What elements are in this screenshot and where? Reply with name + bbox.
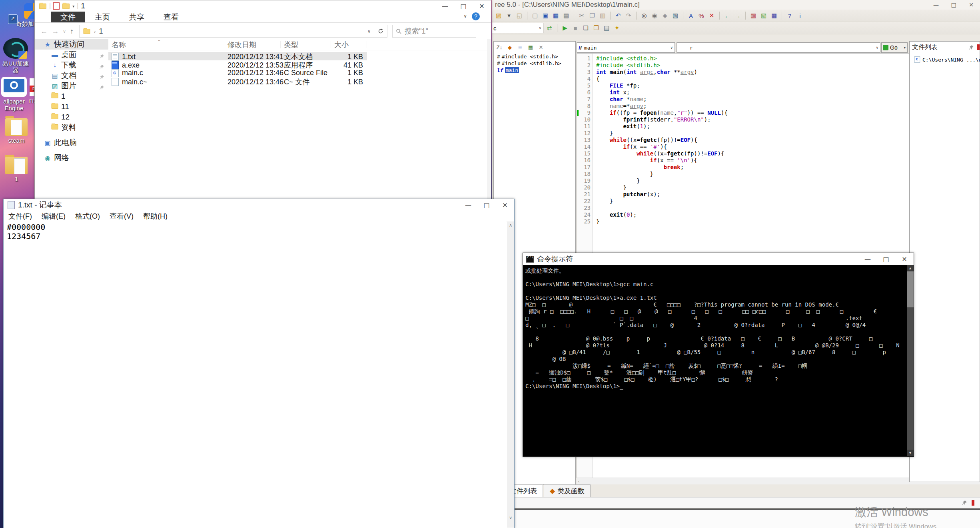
find-files-icon[interactable]: ◉ (650, 11, 659, 20)
up-button[interactable]: ↑ (70, 27, 74, 36)
open-drop-icon[interactable]: ▾ (505, 11, 513, 20)
about-icon[interactable]: i (796, 11, 804, 20)
forward-button[interactable]: → (52, 27, 59, 36)
minimize-button[interactable]: — (927, 0, 945, 10)
scroll-thumb[interactable] (907, 271, 914, 307)
go-button[interactable]: Go ▾ (881, 42, 908, 53)
panel-close-chip[interactable] (972, 500, 974, 506)
notepad-menu-格式(O)[interactable]: 格式(O) (70, 211, 105, 221)
forward-icon[interactable]: → (733, 11, 742, 20)
rebuild-icon[interactable]: ▤ (602, 24, 611, 32)
debug-run-icon[interactable]: ⇄ (545, 24, 554, 32)
compile-run-icon[interactable]: ❐ (592, 24, 601, 32)
save-all-icon[interactable]: ▦ (551, 11, 560, 20)
qat-customize-icon[interactable]: ▾ (72, 4, 74, 8)
minimize-button[interactable]: — (858, 253, 877, 265)
notepad-vscrollbar[interactable]: ∧ ∨ (507, 221, 514, 528)
sidebar-item-此电脑[interactable]: ▣此电脑 (35, 137, 108, 148)
devcpp-titlebar[interactable]: ree 5.0 - [C:\Users\NING MEI\Desktop\1\m… (492, 0, 980, 10)
function-combo[interactable]: lf main ∨ (577, 42, 675, 53)
file-row-1.txt[interactable]: 1.txt2020/12/12 13:41文本文档1 KB (108, 52, 367, 60)
list-icon[interactable]: ≣ (516, 43, 524, 51)
edit-icon[interactable]: ▦ (527, 43, 535, 51)
notepad-menu-帮助(H)[interactable]: 帮助(H) (138, 211, 172, 221)
maximize-button[interactable]: □ (477, 199, 496, 211)
desktop-icon-folder-1[interactable]: 1 (0, 157, 34, 182)
back-icon[interactable]: ← (723, 11, 732, 20)
sidebar-item-图片[interactable]: ▨图片 (35, 81, 108, 91)
files-vscrollbar[interactable] (487, 39, 491, 199)
scroll-up-icon[interactable]: ▲ (907, 265, 914, 271)
undo-icon[interactable]: ↶ (614, 11, 623, 20)
sidebar-item-1[interactable]: 1 (35, 91, 108, 102)
run-icon[interactable]: ▶ (561, 24, 569, 32)
compass-icon[interactable]: A (687, 11, 695, 20)
insert-icon[interactable]: ▩ (749, 11, 758, 20)
desktop-icon-steam-folder[interactable]: steam (0, 118, 34, 144)
help-icon[interactable]: ? (472, 12, 480, 20)
sidebar-item-下载[interactable]: ↓下载 (35, 60, 108, 70)
sidebar-item-11[interactable]: 11 (35, 102, 108, 112)
ribbon-tab-主页[interactable]: 主页 (85, 12, 120, 22)
pin-icon[interactable] (969, 45, 974, 50)
new-folder-icon[interactable] (62, 3, 70, 9)
properties-icon[interactable] (53, 2, 60, 10)
paste-icon[interactable]: ▥ (598, 11, 607, 20)
close-panel-icon[interactable]: ✕ (537, 43, 545, 51)
ribbon-tab-文件[interactable]: 文件 (51, 12, 85, 22)
ribbon-tab-共享[interactable]: 共享 (120, 12, 154, 22)
del-profile-icon[interactable]: ✕ (707, 11, 716, 20)
save-icon[interactable]: ▣ (541, 11, 550, 20)
close-button[interactable]: ✕ (895, 253, 914, 265)
maximize-button[interactable]: □ (945, 0, 962, 10)
close-button[interactable]: ✕ (496, 199, 514, 211)
cut-icon[interactable]: ✂ (577, 11, 586, 20)
bottom-tab-类及函数[interactable]: ◆类及函数 (544, 484, 591, 497)
sidebar-item-网络[interactable]: ◉网络 (35, 153, 108, 163)
ribbon-tab-查看[interactable]: 查看 (154, 12, 188, 22)
copy-icon[interactable]: ❐ (588, 11, 597, 20)
profile-icon[interactable]: % (697, 11, 706, 20)
cmd-output[interactable]: 或批处理文件。 C:\Users\NING MEI\Desktop\1>gcc … (523, 265, 907, 456)
goto-bookmark-icon[interactable]: ▦ (770, 11, 778, 20)
find-icon[interactable]: ◎ (640, 11, 649, 20)
back-button[interactable]: ← (40, 27, 48, 36)
recent-locations-icon[interactable]: ∨ (63, 29, 66, 34)
notepad-text-area[interactable]: #0000000 1234567 (4, 221, 507, 528)
scroll-down-icon[interactable]: ▼ (907, 450, 914, 456)
close-button[interactable]: ✕ (473, 0, 491, 12)
panel-close-chip[interactable] (977, 44, 980, 50)
sidebar-item-快速访问[interactable]: ★快速访问 (35, 39, 108, 50)
file-list-headers[interactable]: 名称 ˆ 修改日期 类型 大小 (108, 39, 487, 50)
minimize-button[interactable]: — (436, 0, 454, 12)
compile-icon[interactable]: ❏ (581, 24, 590, 32)
print-icon[interactable]: ▤ (562, 11, 571, 20)
close-button[interactable]: ✕ (962, 0, 980, 10)
new-icon[interactable]: ▢ (531, 11, 539, 20)
reopen-icon[interactable]: ◱ (515, 11, 524, 20)
pin-icon[interactable] (962, 500, 967, 505)
ribbon-expand-icon[interactable]: ∨ (463, 13, 467, 19)
address-dropdown-icon[interactable]: ∨ (367, 29, 371, 34)
incsearch-icon[interactable]: ▧ (671, 11, 680, 20)
stop-icon[interactable]: ■ (571, 24, 580, 32)
desktop-icon-uu-accelerator[interactable]: 易UU加速 器 (0, 38, 33, 74)
address-bar[interactable]: › 1 ∨ (79, 25, 374, 38)
structure-tree-item[interactable]: lfmain (494, 67, 575, 74)
search-input[interactable]: 搜索"1" (392, 25, 476, 38)
compiler-combo[interactable]: c∨ (492, 23, 543, 33)
structure-tree-item[interactable]: ##include <stdio.h> (494, 53, 575, 60)
maximize-button[interactable]: □ (454, 0, 473, 12)
cmd-vscrollbar[interactable]: ▲ ▼ (907, 265, 914, 456)
notepad-menu-文件(F)[interactable]: 文件(F) (4, 211, 37, 221)
notepad-menu-查看(V)[interactable]: 查看(V) (105, 211, 138, 221)
filelist-item[interactable]: C:\Users\NING ...\main. (910, 53, 980, 64)
help-icon[interactable]: ? (785, 11, 794, 20)
search-combo[interactable]: r ∨ (677, 42, 880, 53)
redo-icon[interactable]: ↷ (624, 11, 633, 20)
sidebar-item-资料[interactable]: 资料 (35, 122, 108, 133)
breadcrumb[interactable]: 1 (99, 27, 103, 36)
explorer-titlebar[interactable]: | ▾ | 1 — □ ✕ (35, 0, 491, 12)
minimize-button[interactable]: — (459, 199, 477, 211)
sidebar-item-文档[interactable]: ▤文档 (35, 70, 108, 81)
